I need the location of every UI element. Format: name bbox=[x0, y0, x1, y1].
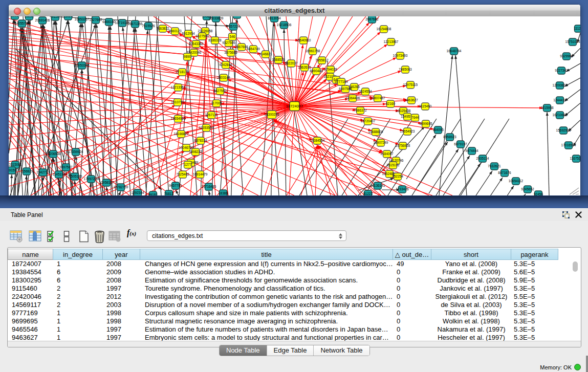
svg-text:8471676: 8471676 bbox=[498, 171, 511, 174]
svg-text:9327500: 9327500 bbox=[195, 34, 209, 38]
svg-text:1156829: 1156829 bbox=[20, 169, 33, 173]
svg-text:3875685: 3875685 bbox=[224, 51, 237, 54]
svg-text:2935114: 2935114 bbox=[476, 157, 489, 160]
svg-text:7644: 7644 bbox=[411, 116, 419, 119]
svg-text:16136141: 16136141 bbox=[371, 184, 385, 187]
svg-text:21364436: 21364436 bbox=[345, 96, 360, 100]
svg-text:19218506: 19218506 bbox=[277, 23, 292, 27]
svg-text:19654923: 19654923 bbox=[400, 129, 415, 133]
svg-text:1733426: 1733426 bbox=[396, 187, 409, 191]
svg-text:8990448: 8990448 bbox=[310, 69, 323, 73]
svg-text:18724007: 18724007 bbox=[286, 104, 303, 108]
svg-text:1010755: 1010755 bbox=[171, 100, 184, 104]
svg-text:19384554: 19384554 bbox=[310, 139, 325, 142]
svg-text:1527602: 1527602 bbox=[89, 18, 102, 21]
svg-text:117005: 117005 bbox=[211, 101, 222, 105]
svg-text:8186328: 8186328 bbox=[208, 38, 222, 42]
svg-text:10654112: 10654112 bbox=[509, 179, 524, 183]
svg-text:6899695: 6899695 bbox=[419, 122, 432, 125]
svg-text:2087682: 2087682 bbox=[365, 17, 379, 21]
svg-text:252254: 252254 bbox=[392, 174, 403, 178]
svg-text:12093822: 12093822 bbox=[553, 83, 568, 87]
svg-text:19716485: 19716485 bbox=[202, 185, 216, 188]
svg-text:16210643: 16210643 bbox=[553, 113, 568, 117]
svg-text:20691406: 20691406 bbox=[35, 18, 50, 22]
svg-text:8454749: 8454749 bbox=[247, 47, 260, 51]
svg-text:7485063: 7485063 bbox=[399, 68, 412, 71]
svg-text:16154808: 16154808 bbox=[377, 27, 391, 31]
svg-text:6497568: 6497568 bbox=[339, 87, 352, 91]
svg-text:16961758: 16961758 bbox=[306, 49, 320, 53]
svg-text:16648784: 16648784 bbox=[447, 49, 462, 53]
svg-text:7357224: 7357224 bbox=[227, 25, 240, 28]
svg-text:18386: 18386 bbox=[219, 191, 228, 195]
svg-text:12213369: 12213369 bbox=[171, 85, 186, 89]
svg-text:1145194: 1145194 bbox=[53, 172, 66, 176]
svg-text:19654925: 19654925 bbox=[171, 117, 186, 120]
svg-text:20697: 20697 bbox=[232, 13, 242, 16]
svg-text:12505135: 12505135 bbox=[68, 174, 82, 178]
svg-text:6879197: 6879197 bbox=[454, 142, 467, 146]
svg-text:8878334: 8878334 bbox=[194, 139, 207, 142]
svg-text:9463627: 9463627 bbox=[405, 98, 418, 102]
svg-text:15692971: 15692971 bbox=[556, 128, 571, 132]
svg-text:92456: 92456 bbox=[534, 192, 543, 196]
svg-text:9777169: 9777169 bbox=[335, 80, 348, 83]
svg-text:12213967: 12213967 bbox=[384, 40, 399, 43]
svg-text:9245652: 9245652 bbox=[521, 187, 534, 191]
svg-text:16782759: 16782759 bbox=[114, 185, 128, 189]
svg-text:7663822: 7663822 bbox=[156, 27, 169, 30]
svg-text:3624554: 3624554 bbox=[359, 90, 372, 93]
svg-text:20053346: 20053346 bbox=[75, 63, 90, 67]
svg-text:10046726: 10046726 bbox=[179, 146, 194, 149]
svg-text:3267110: 3267110 bbox=[205, 113, 218, 117]
svg-text:12975115: 12975115 bbox=[403, 83, 418, 86]
svg-text:8813054: 8813054 bbox=[268, 16, 281, 20]
svg-text:18907249: 18907249 bbox=[374, 141, 388, 144]
svg-text:10958107: 10958107 bbox=[99, 181, 114, 184]
svg-text:8958923: 8958923 bbox=[443, 135, 456, 139]
svg-text:10025438: 10025438 bbox=[396, 109, 411, 113]
svg-text:19166827: 19166827 bbox=[174, 132, 189, 136]
svg-text:76813: 76813 bbox=[164, 192, 173, 195]
svg-text:9242848: 9242848 bbox=[219, 63, 232, 67]
svg-text:9890: 9890 bbox=[184, 55, 191, 58]
svg-text:1292344: 1292344 bbox=[131, 191, 144, 194]
svg-text:164095: 164095 bbox=[432, 128, 444, 132]
svg-text:1588520: 1588520 bbox=[272, 58, 285, 61]
svg-text:7625402: 7625402 bbox=[176, 172, 189, 176]
svg-text:17359924: 17359924 bbox=[69, 150, 83, 154]
svg-text:15751074: 15751074 bbox=[565, 40, 580, 43]
svg-text:16914479: 16914479 bbox=[193, 172, 208, 176]
svg-text:2718170: 2718170 bbox=[176, 70, 189, 74]
svg-text:3215958: 3215958 bbox=[540, 106, 554, 110]
svg-text:7515526: 7515526 bbox=[142, 24, 155, 28]
svg-text:39159: 39159 bbox=[7, 168, 16, 172]
svg-text:1167533: 1167533 bbox=[570, 157, 583, 160]
svg-text:9474444: 9474444 bbox=[465, 149, 478, 152]
svg-text:3901: 3901 bbox=[11, 14, 19, 17]
svg-text:17957225: 17957225 bbox=[84, 177, 99, 181]
svg-text:11353594: 11353594 bbox=[199, 126, 214, 129]
svg-text:9327505: 9327505 bbox=[222, 41, 235, 45]
svg-text:9184067: 9184067 bbox=[380, 152, 394, 156]
svg-text:16671355: 16671355 bbox=[128, 22, 143, 26]
svg-text:20291: 20291 bbox=[25, 14, 34, 18]
svg-text:9115460: 9115460 bbox=[419, 104, 432, 108]
svg-text:2867608: 2867608 bbox=[235, 45, 248, 49]
svg-text:1615192: 1615192 bbox=[386, 163, 400, 167]
svg-text:1277: 1277 bbox=[184, 163, 192, 166]
svg-text:9397587: 9397587 bbox=[59, 165, 73, 169]
svg-text:10807487: 10807487 bbox=[371, 96, 385, 100]
svg-text:8912954: 8912954 bbox=[182, 32, 195, 35]
svg-text:9457791: 9457791 bbox=[169, 184, 182, 187]
svg-text:3315061: 3315061 bbox=[9, 163, 22, 166]
svg-text:10973493: 10973493 bbox=[393, 54, 408, 57]
svg-text:62160: 62160 bbox=[386, 102, 395, 105]
svg-text:10853267: 10853267 bbox=[75, 17, 90, 21]
svg-text:7955812: 7955812 bbox=[315, 58, 329, 62]
svg-text:20206536: 20206536 bbox=[46, 152, 61, 156]
svg-text:18300295: 18300295 bbox=[265, 113, 279, 116]
svg-text:8322037: 8322037 bbox=[285, 61, 298, 65]
svg-text:19756928: 19756928 bbox=[396, 144, 410, 147]
